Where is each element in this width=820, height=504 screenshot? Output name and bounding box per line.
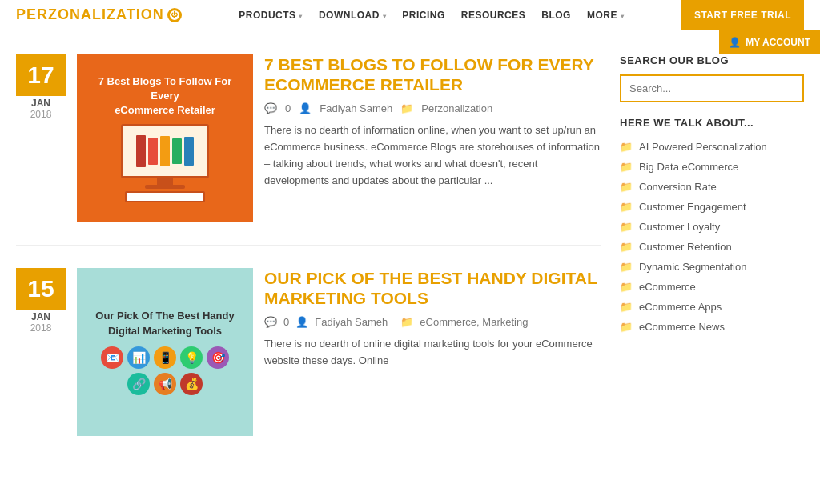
- header: PERZONALIZATION ⏻ PRODUCTS ▾ DOWNLOAD ▾ …: [0, 0, 820, 30]
- nav-item-resources[interactable]: RESOURCES: [461, 10, 526, 21]
- post-content-1: 7 BEST BLOGS TO FOLLOW FOR EVERY ECOMMER…: [264, 54, 601, 222]
- search-input[interactable]: [620, 74, 804, 102]
- date-block-2: 15 JAN 2018: [16, 268, 66, 436]
- folder-icon: 📁: [620, 141, 633, 153]
- list-item[interactable]: 📁 AI Powered Personalization: [620, 137, 804, 157]
- folder-icon: 📁: [620, 281, 633, 293]
- post-image-title-2: Our Pick Of The Best Handy Digital Marke…: [95, 309, 234, 338]
- category-icon-2: 📁: [400, 316, 413, 328]
- date-month-1: JAN: [31, 98, 50, 109]
- categories-title: HERE WE TALK ABOUT...: [620, 117, 804, 129]
- folder-icon: 📁: [620, 161, 633, 173]
- chevron-down-icon-3: ▾: [621, 13, 625, 20]
- post-image-title-1: 7 Best Blogs To Follow For Every eCommer…: [85, 74, 245, 118]
- search-section: SEARCH OUR BLOG: [620, 54, 804, 102]
- logo[interactable]: PERZONALIZATION ⏻: [16, 6, 182, 23]
- nav-item-more[interactable]: MORE ▾: [587, 10, 624, 21]
- blog-post-2: 15 JAN 2018 Our Pick Of The Best Handy D…: [16, 268, 601, 436]
- list-item[interactable]: 📁 Conversion Rate: [620, 177, 804, 197]
- power-icon: ⏻: [167, 8, 182, 22]
- date-month-2: JAN: [31, 311, 50, 322]
- post-meta-2: 💬 0 👤 Fadiyah Sameh 📁 eCommerce, Marketi…: [264, 316, 601, 328]
- folder-icon: 📁: [620, 301, 633, 313]
- user-icon: 👤: [729, 37, 741, 48]
- chevron-down-icon-2: ▾: [383, 13, 387, 20]
- list-item[interactable]: 📁 eCommerce: [620, 277, 804, 297]
- post-excerpt-1: There is no dearth of information online…: [264, 122, 601, 189]
- chevron-down-icon: ▾: [299, 13, 303, 20]
- list-item[interactable]: 📁 Big Data eCommerce: [620, 157, 804, 177]
- blog-post-1: 17 JAN 2018 7 Best Blogs To Follow For E…: [16, 54, 601, 222]
- folder-icon: 📁: [620, 261, 633, 273]
- author-name-2[interactable]: Fadiyah Sameh: [315, 316, 388, 328]
- date-year-1: 2018: [30, 109, 52, 120]
- folder-icon: 📁: [620, 201, 633, 213]
- categories-section: HERE WE TALK ABOUT... 📁 AI Powered Perso…: [620, 117, 804, 337]
- logo-text: PERZONALIZATION: [16, 6, 164, 23]
- list-item[interactable]: 📁 Customer Engagement: [620, 197, 804, 217]
- nav-item-products[interactable]: PRODUCTS ▾: [239, 10, 303, 21]
- folder-icon: 📁: [620, 221, 633, 233]
- category-1[interactable]: Perzonalization: [421, 102, 492, 114]
- nav-item-download[interactable]: DOWNLOAD ▾: [319, 10, 386, 21]
- categories-2[interactable]: eCommerce, Marketing: [420, 316, 528, 328]
- post-title-1[interactable]: 7 BEST BLOGS TO FOLLOW FOR EVERY ECOMMER…: [264, 54, 601, 94]
- comment-count-2: 0: [283, 316, 289, 328]
- date-number-1: 17: [16, 54, 66, 96]
- folder-icon: 📁: [620, 181, 633, 193]
- post-image-2[interactable]: Our Pick Of The Best Handy Digital Marke…: [77, 268, 253, 436]
- account-label: MY ACCOUNT: [746, 37, 810, 48]
- category-icon-1: 📁: [400, 102, 413, 114]
- post-image-1[interactable]: 7 Best Blogs To Follow For Every eCommer…: [77, 54, 253, 222]
- main-nav: PRODUCTS ▾ DOWNLOAD ▾ PRICING RESOURCES …: [239, 0, 624, 30]
- account-button[interactable]: 👤 MY ACCOUNT: [719, 30, 820, 54]
- monitor-illustration: [121, 124, 209, 202]
- post-content-2: OUR PICK OF THE BEST HANDY DIGITAL MARKE…: [264, 268, 601, 436]
- sidebar: SEARCH OUR BLOG HERE WE TALK ABOUT... 📁 …: [620, 54, 804, 458]
- post-divider: [16, 245, 601, 246]
- date-number-2: 15: [16, 268, 66, 310]
- list-item[interactable]: 📁 eCommerce News: [620, 317, 804, 337]
- post-excerpt-2: There is no dearth of online digital mar…: [264, 336, 601, 370]
- nav-item-pricing[interactable]: PRICING: [402, 10, 445, 21]
- nav-item-blog[interactable]: BLOG: [541, 10, 571, 21]
- author-icon-1: 👤: [299, 102, 312, 114]
- folder-icon: 📁: [620, 241, 633, 253]
- categories-list: 📁 AI Powered Personalization 📁 Big Data …: [620, 137, 804, 337]
- post-meta-1: 💬 0 👤 Fadiyah Sameh 📁 Perzonalization: [264, 102, 601, 114]
- list-item[interactable]: 📁 eCommerce Apps: [620, 297, 804, 317]
- marketing-illustration: 📧 📊 📱 💡 🎯 🔗 📢 💰: [101, 346, 229, 395]
- author-name-1[interactable]: Fadiyah Sameh: [320, 102, 392, 114]
- comment-count-1: 0: [285, 102, 291, 114]
- date-year-2: 2018: [30, 322, 52, 334]
- search-title: SEARCH OUR BLOG: [620, 54, 804, 66]
- post-title-2[interactable]: OUR PICK OF THE BEST HANDY DIGITAL MARKE…: [264, 268, 601, 308]
- author-icon-2: 👤: [295, 316, 308, 328]
- list-item[interactable]: 📁 Customer Loyalty: [620, 217, 804, 237]
- comment-icon-2: 💬: [264, 316, 277, 328]
- trial-button[interactable]: START FREE TRIAL: [681, 0, 804, 30]
- date-block-1: 17 JAN 2018: [16, 54, 66, 222]
- blog-posts-area: 17 JAN 2018 7 Best Blogs To Follow For E…: [16, 54, 601, 458]
- list-item[interactable]: 📁 Customer Retention: [620, 237, 804, 257]
- comment-icon-1: 💬: [264, 102, 277, 114]
- list-item[interactable]: 📁 Dynamic Segmentation: [620, 257, 804, 277]
- folder-icon: 📁: [620, 321, 633, 333]
